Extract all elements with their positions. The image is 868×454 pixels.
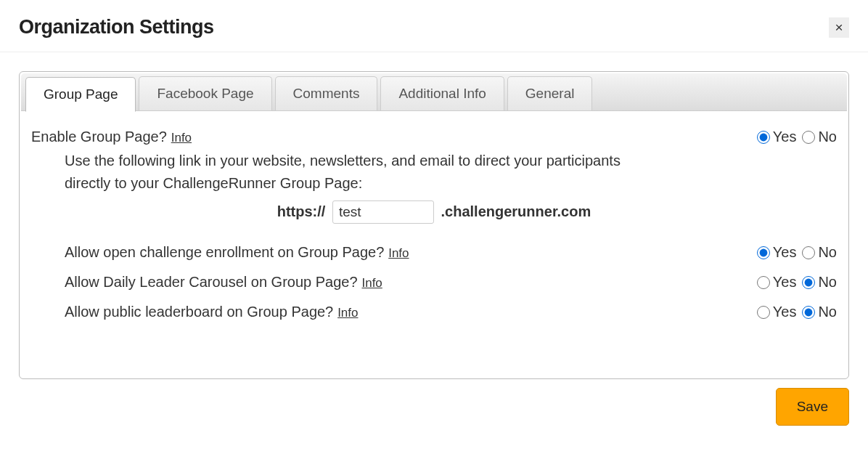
enable-yes-label: Yes <box>773 129 797 145</box>
setting-public-leaderboard: Allow public leaderboard on Group Page? … <box>65 304 837 320</box>
setting-open-enrollment: Allow open challenge enrollment on Group… <box>65 244 837 261</box>
daily-leader-yes-option[interactable]: Yes <box>757 274 797 291</box>
tab-group-page[interactable]: Group Page <box>25 77 136 112</box>
url-suffix: .challengerunner.com <box>441 203 591 219</box>
info-link-daily-leader[interactable]: Info <box>361 276 382 290</box>
tab-container: Group Page Facebook Page Comments Additi… <box>19 71 849 379</box>
info-link-open-enrollment[interactable]: Info <box>388 246 409 260</box>
daily-leader-no-label: No <box>818 274 837 291</box>
save-button[interactable]: Save <box>776 388 849 426</box>
open-enrollment-label: Allow open challenge enrollment on Group… <box>65 244 384 261</box>
info-link-enable[interactable]: Info <box>171 131 192 145</box>
public-lb-yes-label: Yes <box>773 304 797 320</box>
modal-content: Group Page Facebook Page Comments Additi… <box>0 52 868 379</box>
daily-leader-radios: Yes No <box>757 274 837 291</box>
setting-enable-group-page: Enable Group Page? Info Yes No <box>31 129 837 145</box>
open-enroll-no-label: No <box>818 244 837 261</box>
daily-leader-no-option[interactable]: No <box>802 274 837 291</box>
open-enrollment-radios: Yes No <box>757 244 837 261</box>
public-lb-yes-option[interactable]: Yes <box>757 304 797 320</box>
public-leaderboard-radios: Yes No <box>757 304 837 320</box>
url-prefix: https:// <box>277 203 326 219</box>
subdomain-input[interactable] <box>332 200 434 224</box>
url-row: https:// .challengerunner.com <box>31 200 837 224</box>
daily-leader-yes-radio[interactable] <box>757 276 770 289</box>
open-enroll-yes-option[interactable]: Yes <box>757 244 797 261</box>
open-enroll-yes-radio[interactable] <box>757 246 770 259</box>
public-lb-no-label: No <box>818 304 837 320</box>
tab-general[interactable]: General <box>507 76 593 110</box>
enable-no-option[interactable]: No <box>802 129 837 145</box>
enable-no-radio[interactable] <box>802 131 815 144</box>
enable-group-page-radios: Yes No <box>757 129 837 145</box>
close-button[interactable]: × <box>829 17 849 38</box>
tab-panel-group-page: Enable Group Page? Info Yes No Use the f… <box>21 111 847 377</box>
enable-description: Use the following link in your website, … <box>65 150 660 195</box>
tab-comments[interactable]: Comments <box>275 76 378 110</box>
public-lb-yes-radio[interactable] <box>757 306 770 319</box>
modal-header: Organization Settings × <box>0 0 868 52</box>
daily-leader-yes-label: Yes <box>773 274 797 291</box>
enable-yes-option[interactable]: Yes <box>757 129 797 145</box>
public-lb-no-option[interactable]: No <box>802 304 837 320</box>
public-lb-no-radio[interactable] <box>802 306 815 319</box>
enable-group-page-label: Enable Group Page? <box>31 129 167 145</box>
daily-leader-no-radio[interactable] <box>802 276 815 289</box>
info-link-public-leaderboard[interactable]: Info <box>337 306 358 320</box>
open-enroll-no-radio[interactable] <box>802 246 815 259</box>
modal-title: Organization Settings <box>19 16 214 38</box>
open-enroll-yes-label: Yes <box>773 244 797 261</box>
enable-no-label: No <box>818 129 837 145</box>
setting-daily-leader: Allow Daily Leader Carousel on Group Pag… <box>65 274 837 291</box>
modal-footer: Save <box>0 379 868 426</box>
daily-leader-label: Allow Daily Leader Carousel on Group Pag… <box>65 274 358 291</box>
tab-facebook-page[interactable]: Facebook Page <box>139 76 271 110</box>
public-leaderboard-label: Allow public leaderboard on Group Page? <box>65 304 333 320</box>
tab-list: Group Page Facebook Page Comments Additi… <box>21 73 847 111</box>
open-enroll-no-option[interactable]: No <box>802 244 837 261</box>
enable-yes-radio[interactable] <box>757 131 770 144</box>
tab-additional-info[interactable]: Additional Info <box>380 76 504 110</box>
